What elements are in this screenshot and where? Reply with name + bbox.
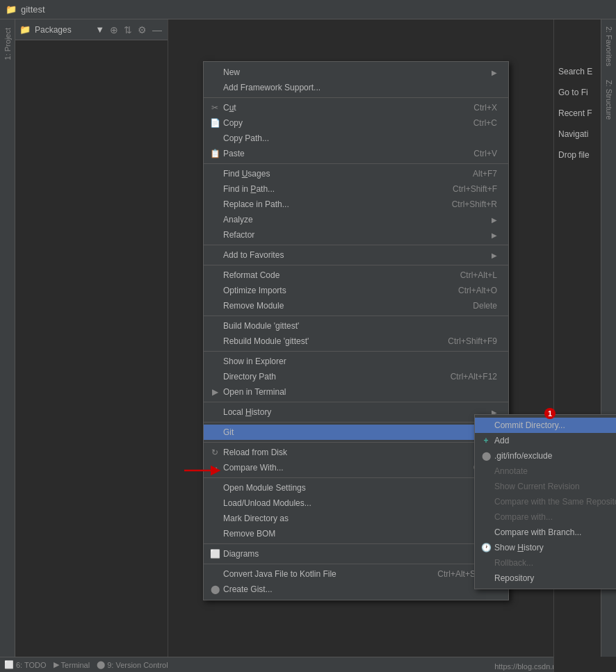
menu-item-build-module[interactable]: Build Module 'gittest' (204, 318, 508, 334)
cut-icon: ✂ (209, 102, 220, 113)
menu-item-paste-label: Paste (223, 149, 460, 158)
app-icon: 📁 (6, 4, 17, 15)
menu-separator-1 (204, 97, 508, 98)
menu-item-optimize-shortcut: Ctrl+Alt+O (458, 286, 497, 295)
menu-arrow-favorites: ▶ (492, 252, 497, 259)
menu-item-find-usages[interactable]: Find Usages Alt+F7 (204, 166, 508, 181)
menu-separator-3 (204, 245, 508, 245)
menu-item-replace-in-path[interactable]: Replace in Path... Ctrl+Shift+R (204, 197, 508, 212)
menu-item-reformat-label: Reformat Code (223, 270, 446, 280)
menu-separator-8 (204, 422, 508, 423)
scroll-icon[interactable]: ⇅ (122, 23, 133, 37)
panel-header: 📁 Packages ▼ ⊕ ⇅ ⚙ — (15, 19, 168, 40)
menu-separator-4 (204, 265, 508, 265)
menu-item-convert-kotlin-label: Convert Java File to Kotlin File (223, 569, 423, 579)
menu-item-local-history-label: Local History (223, 407, 489, 417)
menu-item-find-in-path-label: Find in Path... (223, 184, 439, 194)
context-menu: New ▶ Add Framework Support... ✂ Cut Ctr… (203, 61, 509, 600)
menu-separator-6 (204, 351, 508, 352)
menu-item-show-explorer-label: Show in Explorer (223, 357, 497, 366)
menu-item-git[interactable]: Git ▶ (204, 425, 508, 440)
menu-item-analyze-label: Analyze (223, 215, 489, 224)
menu-item-find-in-path[interactable]: Find in Path... Ctrl+Shift+F (204, 181, 508, 197)
submenu-item-compare-branch[interactable]: Compare with Branch... (475, 525, 616, 540)
menu-item-remove-module-shortcut: Delete (473, 301, 497, 311)
menu-item-rebuild-module-label: Rebuild Module 'gittest' (223, 336, 434, 346)
menu-item-copy-shortcut: Ctrl+C (473, 118, 497, 128)
menu-item-open-terminal[interactable]: ▶ Open in Terminal (204, 384, 508, 400)
menu-item-reload[interactable]: ↻ Reload from Disk (204, 445, 508, 460)
submenu-item-git-exclude[interactable]: ⬤ .git/info/exclude (475, 448, 616, 464)
sidebar-tab-favorites[interactable]: 2: Favorites (603, 19, 615, 73)
sidebar-tab-structure[interactable]: Z: Structure (603, 73, 615, 126)
menu-item-find-usages-shortcut: Alt+F7 (473, 169, 497, 179)
submenu-item-compare-branch-label: Compare with Branch... (494, 527, 616, 537)
terminal-bottom-icon: ▶ (54, 660, 59, 669)
menu-item-local-history[interactable]: Local History ▶ (204, 404, 508, 420)
bottom-tab-todo[interactable]: ⬜ 6: TODO (4, 660, 47, 669)
menu-item-analyze[interactable]: Analyze ▶ (204, 212, 508, 227)
submenu-item-commit-dir[interactable]: Commit Directory... (475, 418, 616, 433)
todo-icon: ⬜ (4, 660, 14, 669)
menu-item-open-terminal-label: Open in Terminal (223, 387, 497, 397)
menu-item-reformat-shortcut: Ctrl+Alt+L (460, 270, 497, 280)
panel-header-icons: ⊕ ⇅ ⚙ — (108, 23, 163, 37)
menu-item-copy[interactable]: 📄 Copy Ctrl+C (204, 115, 508, 131)
submenu-item-add-label: Add (494, 436, 616, 445)
menu-arrow-refactor: ▶ (492, 231, 497, 239)
menu-item-compare-with[interactable]: ↔ Compare With... Ctrl+D (204, 460, 508, 475)
menu-item-convert-kotlin[interactable]: Convert Java File to Kotlin File Ctrl+Al… (204, 566, 508, 582)
menu-item-cut[interactable]: ✂ Cut Ctrl+X (204, 100, 508, 115)
right-area: Search E Go to Fi Recent F Navigati Drop… (168, 19, 616, 672)
menu-item-open-module-settings[interactable]: Open Module Settings F4 (204, 480, 508, 495)
submenu-item-compare-with2: Compare with... (475, 509, 616, 525)
menu-item-create-gist[interactable]: ⬤ Create Gist... (204, 582, 508, 597)
menu-item-cut-shortcut: Ctrl+X (473, 103, 497, 113)
menu-item-add-favorites-label: Add to Favorites (223, 250, 489, 260)
settings-icon[interactable]: ⚙ (136, 23, 148, 37)
submenu-item-add[interactable]: + Add Ctrl+Alt+A (475, 433, 616, 448)
arrow-annotation (181, 460, 222, 481)
sidebar-item-project[interactable]: 1: Project (1, 22, 14, 65)
menu-item-rebuild-module-shortcut: Ctrl+Shift+F9 (448, 336, 497, 346)
menu-item-create-gist-label: Create Gist... (223, 584, 497, 594)
menu-item-remove-bom[interactable]: Remove BOM (204, 526, 508, 541)
bottom-tab-terminal[interactable]: ▶ Terminal (54, 660, 90, 669)
menu-item-optimize[interactable]: Optimize Imports Ctrl+Alt+O (204, 283, 508, 298)
submenu-item-repository[interactable]: Repository ▶ (475, 571, 616, 586)
menu-item-show-explorer[interactable]: Show in Explorer (204, 354, 508, 369)
menu-item-remove-module[interactable]: Remove Module Delete (204, 298, 508, 313)
menu-item-paste[interactable]: 📋 Paste Ctrl+V (204, 146, 508, 161)
copy-icon: 📄 (209, 117, 220, 129)
vc-icon: ⬤ (97, 660, 105, 669)
menu-item-load-modules-label: Load/Unload Modules... (223, 498, 497, 508)
menu-item-mark-directory[interactable]: Mark Directory as ▶ (204, 511, 508, 526)
menu-item-add-favorites[interactable]: Add to Favorites ▶ (204, 247, 508, 263)
submenu-item-repository-label: Repository (494, 573, 616, 583)
menu-item-new[interactable]: New ▶ (204, 65, 508, 80)
menu-item-diagrams-label: Diagrams (223, 549, 489, 559)
annotation-1: 1 (544, 408, 556, 419)
panel-title: Packages (35, 25, 91, 35)
menu-item-directory-path[interactable]: Directory Path Ctrl+Alt+F12 (204, 369, 508, 384)
bottom-tab-version-control[interactable]: ⬤ 9: Version Control (97, 660, 168, 669)
menu-item-copy-path-label: Copy Path... (223, 133, 497, 143)
locate-icon[interactable]: ⊕ (108, 23, 120, 37)
menu-item-refactor-label: Refactor (223, 230, 489, 240)
diagrams-icon: ⬜ (209, 548, 220, 559)
submenu-item-show-history[interactable]: 🕐 Show History (475, 540, 616, 555)
menu-item-diagrams[interactable]: ⬜ Diagrams ▶ (204, 546, 508, 562)
terminal-icon: ▶ (209, 386, 220, 398)
submenu-item-show-history-label: Show History (494, 543, 616, 552)
menu-item-load-modules[interactable]: Load/Unload Modules... (204, 495, 508, 511)
menu-item-add-framework[interactable]: Add Framework Support... (204, 80, 508, 95)
menu-item-open-module-settings-label: Open Module Settings (223, 483, 473, 493)
menu-item-find-usages-label: Find Usages (223, 169, 459, 179)
minimize-icon[interactable]: — (151, 23, 163, 37)
panel-dropdown-icon[interactable]: ▼ (95, 24, 104, 35)
menu-item-reformat[interactable]: Reformat Code Ctrl+Alt+L (204, 268, 508, 283)
menu-item-refactor[interactable]: Refactor ▶ (204, 227, 508, 243)
vc-label: 9: Version Control (107, 661, 168, 669)
menu-item-copy-path[interactable]: Copy Path... (204, 131, 508, 146)
menu-item-rebuild-module[interactable]: Rebuild Module 'gittest' Ctrl+Shift+F9 (204, 334, 508, 349)
